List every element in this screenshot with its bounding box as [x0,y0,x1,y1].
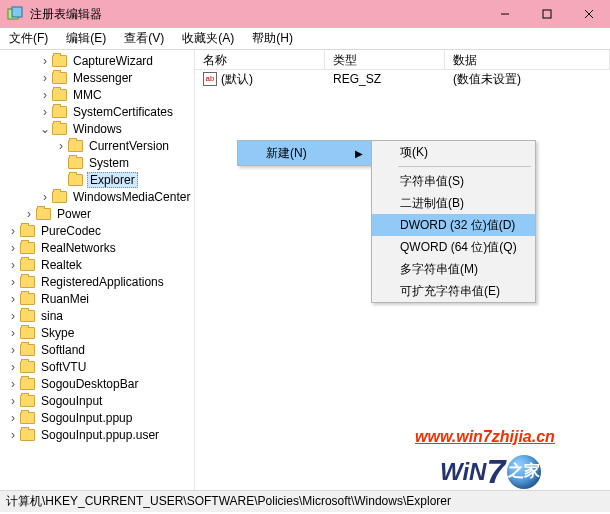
menu-item[interactable]: 文件(F) [0,28,57,49]
folder-icon [20,310,35,322]
tree-node-label: Skype [39,326,76,340]
folder-icon [52,89,67,101]
tree-node-label: SogouDesktopBar [39,377,140,391]
menu-item[interactable]: 收藏夹(A) [173,28,243,49]
tree-node[interactable]: ›SogouInput.ppup.user [0,426,194,443]
watermark-url: www.win7zhijia.cn [415,428,555,446]
tree-node-label: MMC [71,88,104,102]
tree-node[interactable]: ›RealNetworks [0,239,194,256]
submenu-item[interactable]: DWORD (32 位)值(D) [372,214,535,236]
context-sub-menu[interactable]: 项(K)字符串值(S)二进制值(B)DWORD (32 位)值(D)QWORD … [371,140,536,303]
chevron-right-icon[interactable]: › [38,71,52,85]
list-row[interactable]: ab(默认)REG_SZ(数值未设置) [195,70,610,88]
tree-node-label: Power [55,207,93,221]
chevron-right-icon[interactable]: › [38,190,52,204]
chevron-right-icon[interactable]: › [6,360,20,374]
chevron-right-icon[interactable]: › [6,428,20,442]
svg-rect-3 [543,10,551,18]
folder-icon [20,327,35,339]
tree-panel[interactable]: ›CaptureWizard›Messenger›MMC›SystemCerti… [0,50,195,490]
chevron-right-icon[interactable]: › [6,343,20,357]
chevron-right-icon[interactable]: › [6,292,20,306]
menu-item[interactable]: 帮助(H) [243,28,302,49]
folder-icon [68,140,83,152]
submenu-item[interactable]: 可扩充字符串值(E) [372,280,535,302]
chevron-right-icon[interactable]: › [38,54,52,68]
menu-item[interactable]: 编辑(E) [57,28,115,49]
tree-node-label: SogouInput.ppup [39,411,134,425]
tree-node[interactable]: ›WindowsMediaCenter [0,188,194,205]
app-icon [6,5,24,23]
tree-node[interactable]: ›SoftVTU [0,358,194,375]
chevron-right-icon[interactable]: › [22,207,36,221]
tree-node[interactable]: System [0,154,194,171]
chevron-down-icon[interactable]: ⌄ [38,122,52,136]
tree-node[interactable]: ›Power [0,205,194,222]
tree-node[interactable]: ›sina [0,307,194,324]
folder-icon [20,395,35,407]
submenu-item[interactable]: QWORD (64 位)值(Q) [372,236,535,258]
chevron-right-icon[interactable]: › [38,88,52,102]
submenu-arrow-icon: ▶ [355,148,363,159]
close-button[interactable] [568,0,610,28]
chevron-right-icon[interactable]: › [54,139,68,153]
tree-node[interactable]: ›SystemCertificates [0,103,194,120]
tree-node[interactable]: ›MMC [0,86,194,103]
submenu-item[interactable]: 多字符串值(M) [372,258,535,280]
context-menu-parent[interactable]: 新建(N) ▶ [237,140,372,166]
tree-node[interactable]: ›Softland [0,341,194,358]
tree-node[interactable]: Explorer [0,171,194,188]
col-data[interactable]: 数据 [445,50,610,69]
col-name[interactable]: 名称 [195,50,325,69]
logo-win: WiN [440,458,486,486]
minimize-button[interactable] [484,0,526,28]
submenu-item[interactable]: 二进制值(B) [372,192,535,214]
maximize-button[interactable] [526,0,568,28]
tree-node[interactable]: ›RegisteredApplications [0,273,194,290]
tree-node[interactable]: ›Skype [0,324,194,341]
menu-bar: 文件(F)编辑(E)查看(V)收藏夹(A)帮助(H) [0,28,610,50]
tree-node[interactable]: ›CurrentVersion [0,137,194,154]
folder-icon [20,276,35,288]
chevron-right-icon[interactable]: › [6,309,20,323]
string-value-icon: ab [203,72,217,86]
tree-node-label: PureCodec [39,224,103,238]
tree-node[interactable]: ›SogouInput [0,392,194,409]
status-path: 计算机\HKEY_CURRENT_USER\SOFTWARE\Policies\… [6,493,451,510]
folder-icon [20,429,35,441]
menu-new[interactable]: 新建(N) ▶ [238,141,371,165]
chevron-right-icon[interactable]: › [6,275,20,289]
chevron-right-icon[interactable]: › [6,326,20,340]
submenu-item[interactable]: 项(K) [372,141,535,163]
list-header: 名称 类型 数据 [195,50,610,70]
tree-node[interactable]: ›Messenger [0,69,194,86]
tree-node-label: RegisteredApplications [39,275,166,289]
folder-icon [52,55,67,67]
tree-node[interactable]: ›Realtek [0,256,194,273]
tree-node-label: RealNetworks [39,241,118,255]
folder-icon [20,259,35,271]
chevron-right-icon[interactable]: › [6,258,20,272]
logo-7: 7 [486,452,505,491]
tree-node[interactable]: ›SogouInput.ppup [0,409,194,426]
tree-node[interactable]: ›RuanMei [0,290,194,307]
submenu-item[interactable]: 字符串值(S) [372,170,535,192]
tree-node[interactable]: ›CaptureWizard [0,52,194,69]
chevron-right-icon[interactable]: › [38,105,52,119]
chevron-right-icon[interactable]: › [6,394,20,408]
menu-item[interactable]: 查看(V) [115,28,173,49]
chevron-right-icon[interactable]: › [6,241,20,255]
title-bar: 注册表编辑器 [0,0,610,28]
tree-node-label: Windows [71,122,124,136]
tree-node[interactable]: ›SogouDesktopBar [0,375,194,392]
tree-node-label: CurrentVersion [87,139,171,153]
tree-node-label: SystemCertificates [71,105,175,119]
folder-icon [68,157,83,169]
watermark-logo: WiN 7 之家 [440,452,541,491]
tree-node[interactable]: ›PureCodec [0,222,194,239]
chevron-right-icon[interactable]: › [6,224,20,238]
tree-node[interactable]: ⌄Windows [0,120,194,137]
col-type[interactable]: 类型 [325,50,445,69]
chevron-right-icon[interactable]: › [6,377,20,391]
chevron-right-icon[interactable]: › [6,411,20,425]
